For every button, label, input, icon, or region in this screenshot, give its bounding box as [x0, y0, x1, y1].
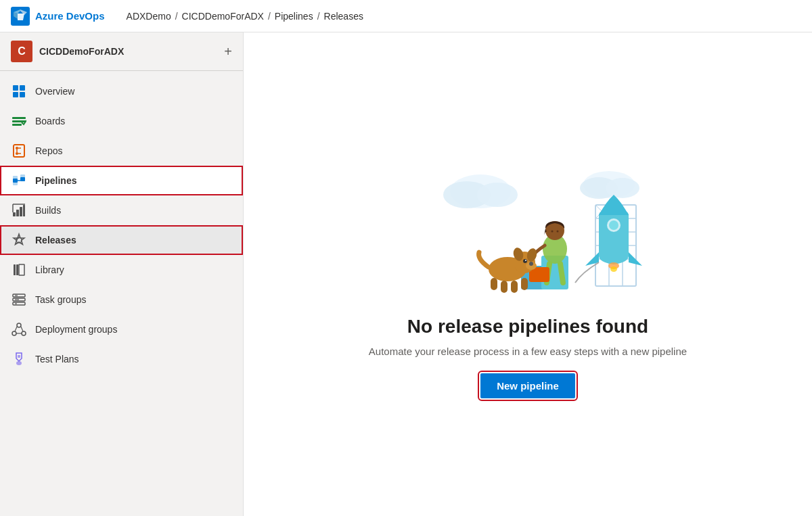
svg-rect-12 — [12, 124, 22, 126]
svg-rect-26 — [20, 207, 22, 216]
svg-point-40 — [17, 323, 21, 327]
svg-rect-22 — [20, 177, 25, 181]
project-icon: C — [11, 41, 32, 62]
pipelines-icon — [11, 172, 27, 189]
svg-point-41 — [12, 331, 16, 335]
breadcrumb-sep-1: / — [175, 11, 178, 22]
sidebar-item-deployment-groups[interactable]: Deployment groups — [0, 314, 243, 344]
svg-rect-31 — [14, 264, 16, 275]
svg-point-42 — [22, 331, 26, 335]
svg-rect-13 — [14, 145, 24, 157]
breadcrumb-adxdemo[interactable]: ADXDemo — [127, 11, 171, 22]
svg-rect-10 — [12, 117, 26, 119]
breadcrumb-sep-3: / — [317, 11, 320, 22]
header: Azure DevOps ADXDemo / CICDDemoForADX / … — [0, 0, 812, 32]
breadcrumb-cicddemoforadx[interactable]: CICDDemoForADX — [182, 11, 264, 22]
svg-point-76 — [556, 230, 558, 232]
empty-illustration — [399, 151, 656, 300]
sidebar-item-test-plans-label: Test Plans — [35, 354, 79, 365]
sidebar-item-library[interactable]: Library — [0, 255, 243, 285]
empty-state-title: No release pipelines found — [407, 316, 648, 337]
svg-rect-32 — [16, 264, 18, 275]
logo[interactable]: Azure DevOps — [11, 7, 105, 26]
svg-line-43 — [15, 327, 17, 331]
empty-state: No release pipelines found Automate your… — [369, 151, 687, 398]
sidebar-item-overview-label: Overview — [35, 86, 74, 97]
sidebar-item-builds-label: Builds — [35, 205, 61, 216]
svg-point-68 — [609, 220, 618, 230]
main-layout: C CICDDemoForADX + Overview — [0, 32, 812, 516]
svg-point-84 — [523, 259, 527, 263]
svg-rect-27 — [23, 205, 25, 216]
svg-rect-9 — [20, 92, 25, 97]
svg-point-54 — [606, 178, 639, 198]
overview-icon — [11, 83, 27, 99]
breadcrumb: ADXDemo / CICDDemoForADX / Pipelines / R… — [127, 11, 363, 22]
logo-text: Azure DevOps — [35, 10, 105, 22]
sidebar-item-releases[interactable]: Releases — [0, 225, 243, 255]
svg-rect-20 — [13, 179, 18, 183]
builds-icon — [11, 202, 27, 218]
svg-point-75 — [551, 230, 553, 232]
svg-rect-7 — [20, 85, 25, 91]
azure-devops-logo-icon — [11, 7, 30, 26]
library-icon — [11, 262, 27, 278]
sidebar-item-overview[interactable]: Overview — [0, 76, 243, 106]
svg-rect-88 — [511, 281, 518, 293]
svg-rect-33 — [19, 264, 24, 275]
sidebar-item-releases-label: Releases — [35, 235, 76, 245]
empty-state-subtitle: Automate your release process in a few e… — [369, 346, 687, 357]
svg-rect-6 — [13, 85, 18, 91]
svg-point-70 — [610, 266, 617, 272]
svg-point-51 — [477, 183, 518, 207]
sidebar-item-pipelines[interactable]: Pipelines — [0, 166, 243, 195]
sidebar-item-deployment-groups-label: Deployment groups — [35, 324, 117, 335]
project-name: CICDDemoForADX — [39, 46, 217, 57]
sidebar-item-boards[interactable]: Boards — [0, 106, 243, 136]
task-groups-icon — [11, 291, 27, 308]
boards-icon — [11, 113, 27, 129]
svg-rect-36 — [13, 302, 25, 305]
sidebar-item-repos-label: Repos — [35, 145, 62, 156]
breadcrumb-pipelines[interactable]: Pipelines — [275, 11, 313, 22]
svg-rect-11 — [12, 120, 26, 122]
svg-point-46 — [16, 361, 22, 365]
breadcrumb-releases[interactable]: Releases — [324, 11, 363, 22]
svg-rect-89 — [521, 278, 528, 290]
svg-point-15 — [16, 152, 18, 155]
deployment-groups-icon — [11, 321, 27, 337]
sidebar-item-pipelines-label: Pipelines — [35, 175, 76, 186]
sidebar: C CICDDemoForADX + Overview — [0, 32, 244, 516]
svg-point-83 — [529, 262, 533, 266]
svg-point-14 — [16, 147, 18, 149]
breadcrumb-sep-2: / — [268, 11, 271, 22]
svg-point-85 — [525, 260, 526, 261]
svg-rect-34 — [13, 294, 25, 297]
sidebar-item-test-plans[interactable]: Test Plans — [0, 344, 243, 374]
svg-rect-87 — [501, 281, 508, 293]
releases-icon — [11, 232, 27, 248]
svg-line-44 — [21, 327, 23, 331]
svg-rect-8 — [13, 92, 18, 97]
sidebar-item-task-groups-label: Task groups — [35, 294, 86, 305]
new-pipeline-button[interactable]: New pipeline — [480, 373, 575, 398]
add-project-button[interactable]: + — [224, 44, 232, 60]
project-header: C CICDDemoForADX + — [0, 32, 243, 71]
sidebar-item-task-groups[interactable]: Task groups — [0, 285, 243, 314]
sidebar-item-builds[interactable]: Builds — [0, 195, 243, 225]
sidebar-nav: Overview Boards — [0, 71, 243, 379]
test-plans-icon — [11, 351, 27, 367]
sidebar-item-boards-label: Boards — [35, 116, 65, 126]
main-content: No release pipelines found Automate your… — [244, 32, 812, 516]
svg-rect-25 — [16, 210, 19, 216]
svg-rect-86 — [491, 278, 497, 290]
sidebar-item-library-label: Library — [35, 264, 64, 275]
sidebar-item-repos[interactable]: Repos — [0, 136, 243, 166]
svg-rect-24 — [13, 212, 16, 216]
repos-icon — [11, 143, 27, 159]
